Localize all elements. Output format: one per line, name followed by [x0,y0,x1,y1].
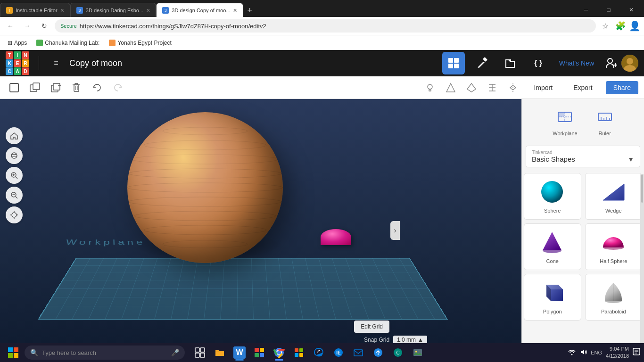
extensions-icon[interactable]: 🧩 [615,20,626,32]
library-selector[interactable]: Tinkercad Basic Shapes ▼ [526,146,640,167]
panel-collapse-handle[interactable]: › [390,221,400,240]
browser-chrome: I Instructable Editor × 3 3D design Dari… [0,0,644,50]
svg-rect-42 [39,258,446,319]
home-view-button[interactable] [6,127,23,144]
tinkercad-app: T I N K E R C A D ≡ Copy of moon [0,50,644,362]
search-bar[interactable]: 🔍 Type here to search 🎤 [25,346,185,360]
ruler-button[interactable]: Ruler [593,105,617,140]
share-button[interactable]: Share [606,81,638,94]
mirror-icon[interactable] [505,80,520,95]
apps-bookmark[interactable]: ⊞ Apps [4,39,31,47]
taskbar-explorer[interactable] [210,343,229,362]
minimize-button[interactable]: ─ [575,3,597,17]
tab-title-2: 3D design Daring Esbo... [86,8,143,13]
shape-sphere-label: Sphere [544,208,561,214]
duplicate-button[interactable] [47,79,64,96]
tc-menu-button[interactable]: ≡ [49,56,64,71]
svg-point-21 [428,84,432,89]
export-button[interactable]: Export [566,81,600,94]
tc-code-button[interactable]: { } [527,52,550,74]
tab-1[interactable]: I Instructable Editor × [0,3,70,17]
tab-3[interactable]: 3 3D design Copy of moo... × [156,3,243,17]
tab-close-1[interactable]: × [60,7,64,14]
undo-button[interactable] [89,79,106,96]
shape-paraboloid[interactable]: Paraboloid [585,274,643,321]
shape-half-sphere[interactable]: Half Sphere [585,223,643,270]
shape-sphere[interactable]: Sphere [524,173,581,220]
start-button[interactable] [4,343,23,362]
taskbar-office[interactable] [250,343,269,362]
taskbar-app9[interactable] [369,343,388,362]
shape-half-sphere-label: Half Sphere [600,258,627,264]
taskbar-task-view[interactable] [190,343,209,362]
shape-wedge[interactable]: Wedge [585,173,643,220]
library-dropdown-arrow[interactable]: ▼ [627,156,634,163]
taskbar-app10[interactable]: C [388,343,407,362]
bookmark-favicon-1 [36,40,43,46]
delete-button[interactable] [68,79,85,96]
taskbar-photos[interactable] [408,343,427,362]
bookmark-star-button[interactable]: ☆ [600,20,611,32]
redo-button[interactable] [109,79,126,96]
svg-point-28 [11,153,17,158]
search-mic-icon[interactable]: 🎤 [171,349,179,356]
profile-button[interactable]: 👤 [629,20,640,32]
small-half-sphere[interactable] [321,229,351,245]
taskbar-store[interactable] [289,343,308,362]
shape-cone[interactable]: Cone [524,223,581,270]
forward-button[interactable]: → [21,19,34,33]
orbit-button[interactable] [6,147,23,164]
zoom-out-button[interactable] [6,187,23,204]
svg-rect-3 [454,64,459,68]
taskbar-word[interactable]: W [230,343,249,362]
tc-logo[interactable]: T I N K E R C A D [6,51,29,75]
bookmark-1[interactable]: Chanuka Mailing Lab: [33,39,103,47]
maximize-button[interactable]: □ [598,3,619,17]
taskbar-edge[interactable] [309,343,328,362]
bookmark-2[interactable]: Yonahs Egypt Project [105,39,175,47]
shape-icon-2[interactable] [464,80,479,95]
svg-point-48 [129,197,281,206]
svg-text:C: C [396,350,399,355]
tab-2[interactable]: 3 3D design Daring Esbo... × [70,3,156,17]
add-user-button[interactable] [603,56,619,71]
notification-center-icon[interactable] [633,348,640,357]
tc-hammer-button[interactable] [471,52,493,74]
shape-polygon-label: Polygon [543,309,562,314]
taskbar-app7[interactable]: IE [329,343,348,362]
import-button[interactable]: Import [526,81,560,94]
tab-close-2[interactable]: × [146,7,150,14]
tc-grid-view-button[interactable] [442,52,465,74]
zoom-in-button[interactable] [6,167,23,184]
fit-view-button[interactable] [6,206,23,223]
light-icon[interactable] [422,80,438,95]
network-icon[interactable] [568,348,576,357]
canvas-area: Workplane [0,99,521,362]
volume-icon[interactable] [579,348,587,357]
url-bar[interactable]: Secure https://www.tinkercad.com/things/… [55,19,596,33]
new-tab-button[interactable]: + [243,4,256,17]
align-icon[interactable] [485,80,500,95]
svg-point-49 [134,211,276,221]
reload-button[interactable]: ↻ [38,19,51,33]
shape-polygon[interactable]: Polygon [524,274,581,321]
main-sphere[interactable] [127,112,283,263]
tc-files-button[interactable] [499,52,521,74]
clock[interactable]: 9:04 PM 4/12/2018 [606,346,629,360]
bookmark-favicon-2 [109,40,116,46]
taskbar-mail[interactable] [349,343,368,362]
shape-icon-1[interactable] [443,80,458,95]
user-avatar[interactable] [621,55,638,72]
tab-favicon-2: 3 [76,7,83,14]
tab-close-3[interactable]: × [233,7,237,14]
group-button[interactable] [26,79,43,96]
workplane-button[interactable]: Workplane [549,105,581,140]
taskbar-chrome[interactable] [270,343,289,362]
whats-new-button[interactable]: What's New [555,59,598,67]
back-button[interactable]: ← [4,19,17,33]
new-shape-button[interactable] [6,79,23,96]
notifications-area[interactable]: ENG [591,350,602,355]
panel-scrollbar[interactable] [640,174,644,362]
edit-grid-button[interactable]: Edit Grid [354,321,389,333]
close-button[interactable]: ✕ [620,3,642,17]
